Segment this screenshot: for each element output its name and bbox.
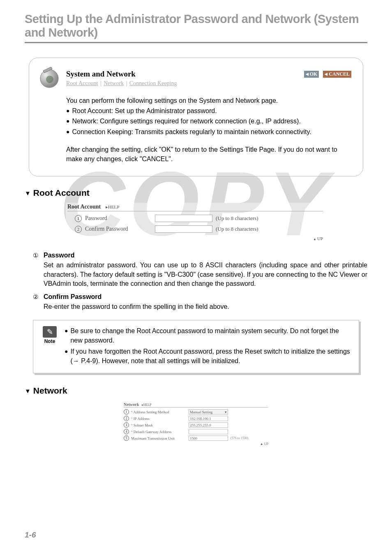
intro-panel: System and Network ◀OK ◀CANCEL Root Acco… [29, 58, 363, 176]
cancel-button[interactable]: ◀CANCEL [323, 71, 351, 78]
title-rule [25, 42, 367, 43]
panel-bullet-1: Root Account: Set up the Administrator p… [72, 106, 217, 116]
net-field-label: ° Subnet Mask [131, 423, 189, 427]
up-triangle-icon: ▲ [313, 237, 316, 241]
bullet-icon: ● [65, 326, 68, 345]
net-field-label: Maximum Transmission Unit [131, 436, 189, 440]
section-root-account: ▼ Root Account [25, 188, 367, 198]
net-title: Network [124, 402, 139, 407]
panel-bullet-2: Network: Configure settings required for… [72, 116, 300, 126]
ra-title: Root Account [67, 204, 101, 210]
net-select[interactable]: Manual Setting▾ [189, 409, 228, 415]
ra-password-hint: (Up to 8 characters) [216, 215, 258, 222]
net-row: 2° IP Address192.168.100.1 [124, 416, 268, 421]
desc-num-2: ② [33, 293, 44, 311]
desc-text-confirm: Re-enter the password to confirm the spe… [44, 302, 367, 311]
section-network: ▼ Network [25, 386, 367, 396]
ra-password-field[interactable] [155, 215, 212, 222]
ok-arrow-icon: ◀ [306, 72, 309, 76]
network-screenshot: Network ▸HELP 1° Address Setting MethodM… [122, 401, 270, 447]
net-input[interactable]: 1500 [189, 436, 228, 441]
up-triangle-icon: ▲ [260, 442, 263, 446]
net-field-label: ° Address Setting Method [131, 410, 189, 414]
note-text-1: Be sure to change the Root Account passw… [70, 326, 351, 345]
bullet-icon: ● [66, 106, 69, 116]
ra-confirm-label: Confirm Password [85, 226, 155, 232]
page-number: 1-6 [25, 531, 36, 540]
link-root-account[interactable]: Root Account [66, 80, 98, 86]
panel-breadcrumb: Root Account | Network | Connection Keep… [66, 80, 351, 87]
note-box: ✎ Note ●Be sure to change the Root Accou… [33, 320, 359, 374]
net-input[interactable] [189, 429, 228, 434]
bullet-icon: ● [66, 127, 69, 137]
ok-button[interactable]: ◀OK [304, 71, 319, 78]
root-account-screenshot: Root Account ▸HELP 1 Password (Up to 8 c… [66, 203, 325, 242]
page-title: Setting Up the Administrator Password an… [25, 12, 367, 39]
link-connection-keeping[interactable]: Connection Keeping [129, 80, 177, 86]
net-up-link[interactable]: UP [264, 442, 268, 446]
bullet-icon: ● [65, 347, 68, 366]
net-row: 5Maximum Transmission Unit1500(576 to 15… [124, 436, 268, 441]
net-row: 1° Address Setting MethodManual Setting▾ [124, 409, 268, 415]
ra-up-link[interactable]: UP [317, 236, 323, 241]
note-label: Note [41, 338, 59, 344]
circled-num-icon: 1 [124, 409, 129, 415]
net-hint: (576 to 1500) [231, 436, 249, 440]
circled-num-icon: 3 [124, 422, 129, 428]
net-row: 4° Default Gateway Address [124, 429, 268, 434]
ra-confirm-field[interactable] [155, 225, 212, 233]
circled-1-icon: 1 [75, 215, 82, 222]
circled-num-icon: 2 [124, 416, 129, 421]
net-input[interactable]: 192.168.100.1 [189, 416, 228, 421]
triangle-icon: ▼ [25, 190, 31, 197]
net-input[interactable]: 255.255.255.0 [189, 422, 228, 428]
ra-confirm-hint: (Up to 8 characters) [216, 226, 258, 232]
bullet-icon: ● [66, 116, 69, 126]
settings-icon [38, 66, 60, 88]
desc-text-password: Set an administrator password. You can u… [44, 261, 367, 288]
desc-num-1: ① [33, 252, 44, 288]
svg-point-2 [46, 76, 53, 83]
panel-bullet-3: Connection Keeping: Transmits packets re… [72, 127, 311, 137]
note-icon: ✎ [43, 326, 57, 338]
panel-after: After changing the setting, click "OK" t… [66, 145, 351, 164]
desc-title-password: Password [44, 252, 367, 259]
note-text-2: If you have forgotten the Root Account p… [70, 347, 351, 366]
net-help-link[interactable]: ▸HELP [142, 403, 152, 407]
ra-help-link[interactable]: ▸HELP [106, 204, 120, 209]
panel-title: System and Network [66, 70, 136, 79]
panel-intro: You can perform the following settings o… [66, 96, 351, 105]
triangle-icon: ▼ [25, 387, 31, 394]
cancel-arrow-icon: ◀ [325, 72, 327, 76]
circled-num-icon: 5 [124, 436, 129, 441]
ra-password-label: Password [85, 215, 155, 222]
circled-num-icon: 4 [124, 429, 129, 434]
desc-title-confirm: Confirm Password [44, 293, 367, 301]
net-field-label: ° IP Address [131, 417, 189, 421]
circled-2-icon: 2 [75, 226, 82, 233]
link-network[interactable]: Network [104, 80, 124, 86]
net-row: 3° Subnet Mask255.255.255.0 [124, 422, 268, 428]
net-field-label: ° Default Gateway Address [131, 430, 189, 434]
